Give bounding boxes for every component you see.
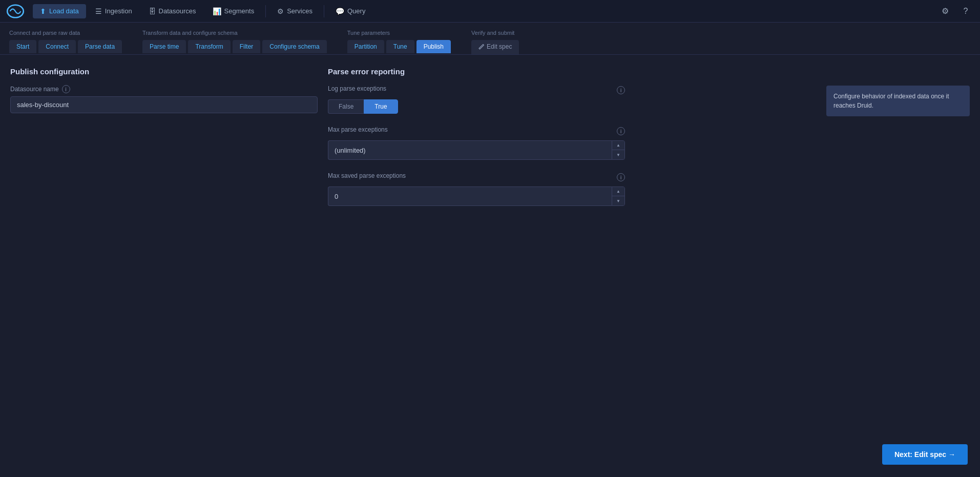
wizard-section-connect-parse: Connect and parse raw data Start Connect…: [9, 30, 122, 54]
parse-error-title: Parse error reporting: [328, 67, 625, 76]
max-saved-parse-spinner: ▲ ▼: [612, 186, 625, 206]
wizard-section-label-3: Tune parameters: [347, 30, 451, 36]
nav-segments-label: Segments: [224, 7, 255, 15]
log-parse-label: Log parse exceptions: [328, 85, 386, 92]
help-button[interactable]: ?: [957, 3, 974, 19]
publish-config-title: Publish configuration: [10, 67, 318, 76]
nav-load-data[interactable]: ⬆ Load data: [33, 4, 86, 18]
next-edit-spec-button[interactable]: Next: Edit spec →: [882, 444, 968, 465]
step-transform[interactable]: Transform: [188, 40, 230, 53]
edit-spec-icon: [478, 44, 485, 50]
datasources-icon: 🗄: [149, 7, 156, 15]
wizard-sections: Connect and parse raw data Start Connect…: [9, 30, 971, 54]
max-parse-exceptions-input[interactable]: [328, 140, 612, 160]
nav-ingestion-label: Ingestion: [105, 7, 132, 15]
step-edit-spec[interactable]: Edit spec: [471, 40, 519, 54]
max-saved-parse-info-icon[interactable]: i: [617, 173, 625, 181]
navbar: ⬆ Load data ☰ Ingestion 🗄 Datasources 📊 …: [0, 0, 980, 23]
nav-load-data-label: Load data: [49, 7, 79, 15]
content-wrapper: Publish configuration Datasource name i …: [0, 55, 980, 231]
max-saved-parse-input-wrapper: ▲ ▼: [328, 186, 625, 206]
step-partition[interactable]: Partition: [347, 40, 384, 53]
datasource-name-group: Datasource name i: [10, 85, 318, 113]
query-icon: 💬: [336, 7, 344, 15]
log-parse-info-icon[interactable]: i: [617, 86, 625, 94]
step-tune[interactable]: Tune: [386, 40, 414, 53]
load-data-icon: ⬆: [40, 7, 46, 15]
wizard-steps-4: Edit spec: [471, 40, 519, 54]
step-filter[interactable]: Filter: [233, 40, 261, 53]
step-connect[interactable]: Connect: [38, 40, 76, 53]
max-parse-label-row: Max parse exceptions i: [328, 126, 625, 136]
step-parse-data[interactable]: Parse data: [78, 40, 122, 53]
services-icon: ⚙: [277, 7, 284, 15]
wizard-section-label-1: Connect and parse raw data: [9, 30, 122, 36]
wizard-steps-1: Start Connect Parse data: [9, 40, 122, 53]
ingestion-icon: ☰: [95, 7, 102, 15]
nav-ingestion[interactable]: ☰ Ingestion: [88, 4, 139, 18]
log-parse-toggle-group: False True: [328, 99, 625, 114]
wizard-steps-3: Partition Tune Publish: [347, 40, 451, 53]
max-parse-increment-btn[interactable]: ▲: [612, 141, 624, 150]
wizard-section-transform-schema: Transform data and configure schema Pars…: [142, 30, 327, 54]
nav-divider-1: [265, 5, 266, 17]
step-configure-schema[interactable]: Configure schema: [262, 40, 326, 53]
nav-query[interactable]: 💬 Query: [328, 4, 372, 18]
step-parse-time[interactable]: Parse time: [142, 40, 186, 53]
datasource-name-input[interactable]: [10, 96, 318, 113]
nav-right: ⚙ ?: [937, 3, 974, 19]
wizard-section-label-2: Transform data and configure schema: [142, 30, 327, 36]
wizard-steps-2: Parse time Transform Filter Configure sc…: [142, 40, 327, 53]
druid-logo: [6, 4, 25, 18]
log-parse-exceptions-group: Log parse exceptions i False True: [328, 85, 625, 114]
nav-services-label: Services: [287, 7, 312, 15]
nav-datasources-label: Datasources: [159, 7, 196, 15]
settings-button[interactable]: ⚙: [937, 3, 953, 19]
max-parse-decrement-btn[interactable]: ▼: [612, 150, 624, 159]
nav-datasources[interactable]: 🗄 Datasources: [141, 4, 203, 18]
main-content: Publish configuration Datasource name i …: [0, 55, 980, 231]
tooltip-panel: Configure behavior of indexed data once …: [826, 86, 970, 116]
segments-icon: 📊: [213, 7, 221, 15]
max-saved-parse-exceptions-input[interactable]: [328, 186, 612, 206]
max-parse-info-icon[interactable]: i: [617, 127, 625, 135]
wizard-section-verify: Verify and submit Edit spec: [471, 30, 519, 54]
max-parse-exceptions-group: Max parse exceptions i ▲ ▼: [328, 126, 625, 160]
log-parse-true-btn[interactable]: True: [364, 99, 398, 114]
max-saved-parse-increment-btn[interactable]: ▲: [612, 187, 624, 196]
max-parse-label: Max parse exceptions: [328, 126, 388, 133]
step-publish[interactable]: Publish: [416, 40, 451, 53]
datasource-name-label: Datasource name i: [10, 85, 318, 93]
max-saved-parse-exceptions-group: Max saved parse exceptions i ▲ ▼: [328, 172, 625, 206]
max-saved-parse-label: Max saved parse exceptions: [328, 172, 406, 179]
max-saved-parse-decrement-btn[interactable]: ▼: [612, 196, 624, 205]
parse-error-panel: Parse error reporting Log parse exceptio…: [328, 67, 625, 218]
publish-config-panel: Publish configuration Datasource name i: [10, 67, 318, 218]
datasource-name-info-icon[interactable]: i: [62, 85, 70, 93]
wizard-bar: Connect and parse raw data Start Connect…: [0, 23, 980, 55]
nav-segments[interactable]: 📊 Segments: [205, 4, 262, 18]
wizard-section-tune: Tune parameters Partition Tune Publish: [347, 30, 451, 54]
max-parse-spinner: ▲ ▼: [612, 140, 625, 160]
nav-divider-2: [324, 5, 324, 17]
nav-query-label: Query: [347, 7, 365, 15]
wizard-section-label-4: Verify and submit: [471, 30, 519, 36]
nav-services[interactable]: ⚙ Services: [270, 4, 320, 18]
log-parse-false-btn[interactable]: False: [328, 99, 364, 114]
log-parse-label-row: Log parse exceptions i: [328, 85, 625, 95]
max-parse-input-wrapper: ▲ ▼: [328, 140, 625, 160]
step-start[interactable]: Start: [9, 40, 36, 53]
max-saved-parse-label-row: Max saved parse exceptions i: [328, 172, 625, 182]
brand: [6, 4, 25, 18]
